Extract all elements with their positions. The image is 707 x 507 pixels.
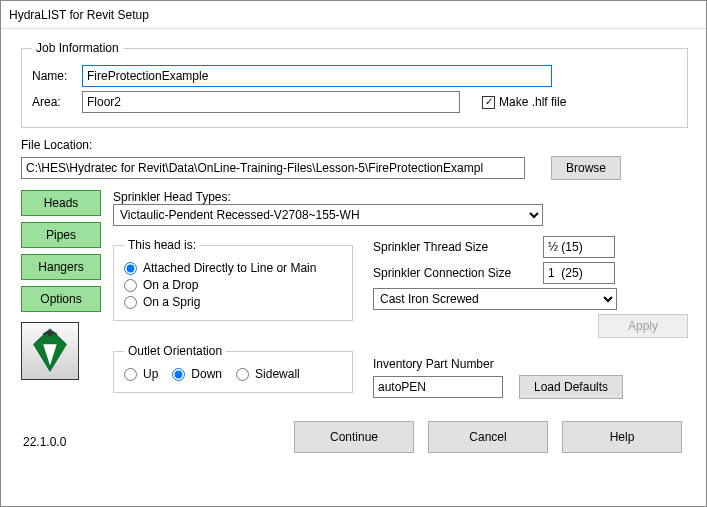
continue-button[interactable]: Continue xyxy=(294,421,414,453)
thread-size-input[interactable] xyxy=(543,236,615,258)
radio-up[interactable]: Up xyxy=(124,367,158,381)
conn-size-input[interactable] xyxy=(543,262,615,284)
tab-pipes[interactable]: Pipes xyxy=(21,222,101,248)
dialog-buttons: Continue Cancel Help xyxy=(21,421,688,453)
name-input[interactable] xyxy=(82,65,552,87)
check-icon: ✓ xyxy=(482,96,495,109)
browse-button[interactable]: Browse xyxy=(551,156,621,180)
make-hlf-checkbox[interactable]: ✓ Make .hlf file xyxy=(482,95,566,109)
area-input[interactable] xyxy=(82,91,460,113)
radio-drop[interactable]: On a Drop xyxy=(124,278,342,292)
heads-panel: Sprinkler Head Types: Victaulic-Pendent … xyxy=(113,190,688,403)
setup-window: HydraLIST for Revit Setup Job Informatio… xyxy=(0,0,707,507)
radio-sprig[interactable]: On a Sprig xyxy=(124,295,342,309)
outlet-legend: Outlet Orientation xyxy=(124,344,226,358)
this-head-legend: This head is: xyxy=(124,238,200,252)
thread-size-label: Sprinkler Thread Size xyxy=(373,240,533,254)
load-defaults-button[interactable]: Load Defaults xyxy=(519,375,623,399)
app-logo xyxy=(21,322,79,380)
head-types-label: Sprinkler Head Types: xyxy=(113,190,688,204)
cancel-button[interactable]: Cancel xyxy=(428,421,548,453)
make-hlf-label: Make .hlf file xyxy=(499,95,566,109)
radio-down[interactable]: Down xyxy=(172,367,222,381)
file-location-section: File Location: Browse xyxy=(21,138,688,180)
window-title: HydraLIST for Revit Setup xyxy=(1,1,706,29)
fitting-select[interactable]: Cast Iron Screwed xyxy=(373,288,617,310)
job-info-legend: Job Information xyxy=(32,41,123,55)
svg-rect-1 xyxy=(48,331,52,337)
apply-button: Apply xyxy=(598,314,688,338)
outlet-orientation-group: Outlet Orientation Up Down xyxy=(113,344,353,393)
radio-sidewall[interactable]: Sidewall xyxy=(236,367,300,381)
radio-attached[interactable]: Attached Directly to Line or Main xyxy=(124,261,342,275)
inv-label: Inventory Part Number xyxy=(373,357,688,371)
side-nav: Heads Pipes Hangers Options xyxy=(21,190,101,403)
tab-heads[interactable]: Heads xyxy=(21,190,101,216)
conn-size-label: Sprinkler Connection Size xyxy=(373,266,533,280)
help-button[interactable]: Help xyxy=(562,421,682,453)
inv-part-input[interactable] xyxy=(373,376,503,398)
job-info-group: Job Information Name: Area: ✓ Make .hlf … xyxy=(21,41,688,128)
this-head-group: This head is: Attached Directly to Line … xyxy=(113,238,353,321)
file-path-input[interactable] xyxy=(21,157,525,179)
area-label: Area: xyxy=(32,95,74,109)
tab-options[interactable]: Options xyxy=(21,286,101,312)
head-type-select[interactable]: Victaulic-Pendent Recessed-V2708~155-WH xyxy=(113,204,543,226)
content-area: Job Information Name: Area: ✓ Make .hlf … xyxy=(1,29,706,459)
tab-hangers[interactable]: Hangers xyxy=(21,254,101,280)
name-label: Name: xyxy=(32,69,74,83)
version-label: 22.1.0.0 xyxy=(23,435,66,449)
file-location-label: File Location: xyxy=(21,138,688,152)
